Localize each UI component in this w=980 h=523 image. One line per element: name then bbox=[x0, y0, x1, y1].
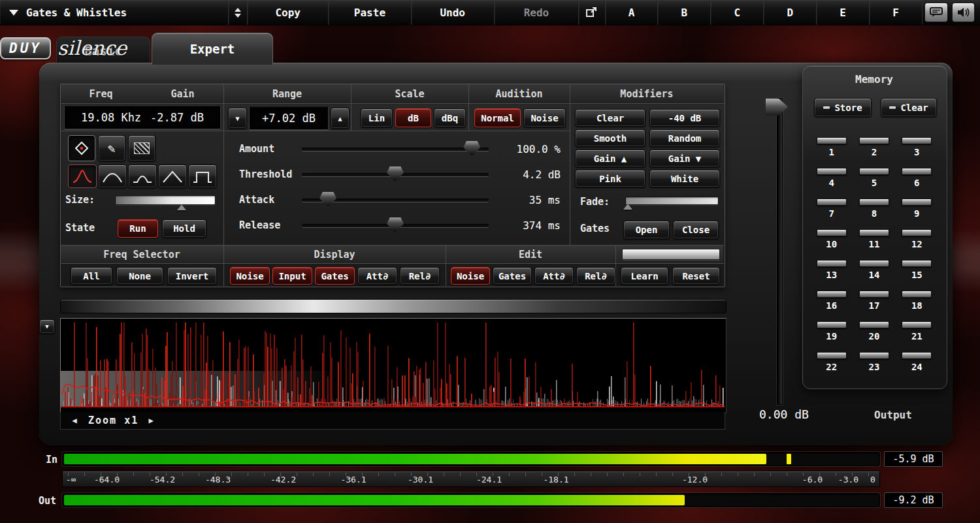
memory-slot-4[interactable]: 4 bbox=[814, 164, 849, 195]
release-slider[interactable] bbox=[302, 217, 489, 234]
undo-button[interactable]: Undo bbox=[412, 0, 495, 25]
memory-slot-15[interactable]: 15 bbox=[900, 256, 934, 287]
fade-slider-marker[interactable] bbox=[623, 204, 632, 210]
memory-slot-23[interactable]: 23 bbox=[857, 348, 891, 379]
memory-slot-button[interactable] bbox=[817, 260, 847, 267]
memory-slot-3[interactable]: 3 bbox=[900, 133, 934, 164]
attack-slider-knob[interactable] bbox=[319, 192, 336, 207]
memory-slot-button[interactable] bbox=[817, 198, 847, 206]
memory-slot-20[interactable]: 20 bbox=[857, 317, 891, 348]
tab-expert[interactable]: Expert bbox=[152, 33, 273, 65]
memory-store-button[interactable]: Store bbox=[814, 98, 872, 117]
memory-slot-5[interactable]: 5 bbox=[857, 164, 891, 195]
freq-none-button[interactable]: None bbox=[116, 267, 163, 285]
display-noise-button[interactable]: Noise bbox=[230, 267, 270, 285]
memory-slot-19[interactable]: 19 bbox=[814, 317, 849, 348]
range-up-button[interactable]: ▲ bbox=[331, 108, 350, 129]
zoom-out-button[interactable]: ◀ bbox=[67, 416, 83, 425]
attack-slider[interactable] bbox=[302, 191, 489, 208]
memory-slot-button[interactable] bbox=[859, 198, 889, 206]
display-collapse-button[interactable]: ▼ bbox=[39, 319, 55, 334]
memory-slot-10[interactable]: 10 bbox=[814, 225, 849, 256]
modifier-pink-button[interactable]: Pink bbox=[575, 170, 645, 187]
memory-slot-21[interactable]: 21 bbox=[900, 317, 934, 348]
modifier-gain-up-button[interactable]: Gain ▲ bbox=[575, 150, 645, 167]
range-down-button[interactable]: ▼ bbox=[228, 108, 247, 129]
curve-triangle-button[interactable] bbox=[158, 165, 187, 188]
memory-slot-button[interactable] bbox=[817, 352, 847, 359]
modifier-clear-button[interactable]: Clear bbox=[575, 109, 645, 127]
memory-slot-button[interactable] bbox=[902, 321, 932, 328]
memory-slot-button[interactable] bbox=[859, 229, 889, 236]
threshold-slider-knob[interactable] bbox=[387, 166, 404, 182]
memory-slot-button[interactable] bbox=[817, 291, 847, 298]
edit-att-button[interactable]: Att∂ bbox=[534, 267, 574, 285]
slot-e-button[interactable]: E bbox=[817, 0, 870, 25]
memory-slot-12[interactable]: 12 bbox=[900, 225, 934, 256]
memory-slot-7[interactable]: 7 bbox=[814, 195, 849, 225]
display-att-button[interactable]: Att∂ bbox=[357, 267, 397, 285]
audio-mute-button[interactable] bbox=[952, 3, 975, 22]
memory-slot-button[interactable] bbox=[902, 352, 932, 359]
edit-rel-button[interactable]: Rel∂ bbox=[576, 267, 615, 285]
memory-slot-button[interactable] bbox=[859, 137, 889, 144]
hatch-tool-button[interactable] bbox=[128, 135, 155, 161]
learn-button[interactable]: Learn bbox=[621, 267, 668, 285]
spectrum-display[interactable] bbox=[60, 318, 727, 413]
memory-slot-button[interactable] bbox=[859, 352, 889, 359]
release-slider-knob[interactable] bbox=[387, 217, 404, 232]
gates-open-button[interactable]: Open bbox=[623, 221, 670, 239]
run-button[interactable]: Run bbox=[118, 219, 158, 238]
memory-slot-9[interactable]: 9 bbox=[900, 195, 934, 225]
modifier-gain-down-button[interactable]: Gain ▼ bbox=[649, 150, 720, 167]
memory-clear-button[interactable]: Clear bbox=[881, 98, 937, 117]
memory-slot-button[interactable] bbox=[902, 137, 932, 144]
memory-slot-button[interactable] bbox=[902, 260, 932, 267]
slot-c-button[interactable]: C bbox=[711, 0, 764, 25]
memory-slot-button[interactable] bbox=[902, 168, 932, 175]
modifier-white-button[interactable]: White bbox=[649, 170, 720, 187]
memory-slot-button[interactable] bbox=[859, 168, 889, 175]
curve-bump-button[interactable] bbox=[128, 165, 157, 188]
memory-slot-24[interactable]: 24 bbox=[900, 348, 934, 379]
gates-close-button[interactable]: Close bbox=[673, 221, 719, 239]
memory-slot-13[interactable]: 13 bbox=[814, 256, 849, 287]
curve-bell-button[interactable] bbox=[98, 165, 127, 188]
memory-slot-18[interactable]: 18 bbox=[900, 287, 934, 317]
preset-spinner[interactable] bbox=[229, 0, 248, 25]
pencil-tool-button[interactable]: ✎ bbox=[98, 135, 125, 161]
memory-slot-button[interactable] bbox=[817, 229, 847, 236]
amount-slider-track[interactable] bbox=[302, 148, 489, 151]
memory-slot-11[interactable]: 11 bbox=[857, 225, 891, 256]
freq-all-button[interactable]: All bbox=[71, 267, 112, 285]
tooltips-button[interactable] bbox=[924, 3, 948, 22]
vertical-slider-handle[interactable] bbox=[766, 99, 788, 116]
audition-noise-button[interactable]: Noise bbox=[523, 108, 566, 127]
memory-slot-6[interactable]: 6 bbox=[900, 164, 934, 195]
memory-slot-button[interactable] bbox=[817, 168, 847, 175]
reset-button[interactable]: Reset bbox=[672, 267, 720, 285]
memory-slot-1[interactable]: 1 bbox=[814, 133, 849, 164]
memory-slot-button[interactable] bbox=[859, 291, 889, 298]
zoom-in-button[interactable]: ▶ bbox=[144, 416, 159, 425]
memory-slot-button[interactable] bbox=[859, 321, 889, 328]
size-slider-marker[interactable] bbox=[177, 204, 186, 210]
curve-peak-button[interactable] bbox=[68, 165, 97, 188]
display-rel-button[interactable]: Rel∂ bbox=[400, 267, 440, 285]
paste-button[interactable]: Paste bbox=[329, 0, 411, 25]
freq-invert-button[interactable]: Invert bbox=[167, 267, 217, 285]
vertical-slider[interactable] bbox=[766, 95, 789, 405]
slot-b-button[interactable]: B bbox=[658, 0, 711, 25]
memory-slot-button[interactable] bbox=[902, 229, 932, 236]
spinner-down-icon[interactable] bbox=[235, 14, 241, 18]
memory-slot-button[interactable] bbox=[817, 321, 847, 328]
slot-a-button[interactable]: A bbox=[606, 0, 659, 25]
memory-slot-button[interactable] bbox=[817, 137, 847, 144]
memory-slot-8[interactable]: 8 bbox=[857, 195, 891, 225]
scale-lin-button[interactable]: Lin bbox=[361, 108, 393, 127]
curve-square-button[interactable] bbox=[188, 165, 217, 188]
modifier-smooth-button[interactable]: Smooth bbox=[575, 129, 645, 147]
copy-button[interactable]: Copy bbox=[248, 0, 329, 25]
edit-gates-button[interactable]: Gates bbox=[493, 267, 532, 285]
memory-slot-button[interactable] bbox=[902, 291, 932, 298]
